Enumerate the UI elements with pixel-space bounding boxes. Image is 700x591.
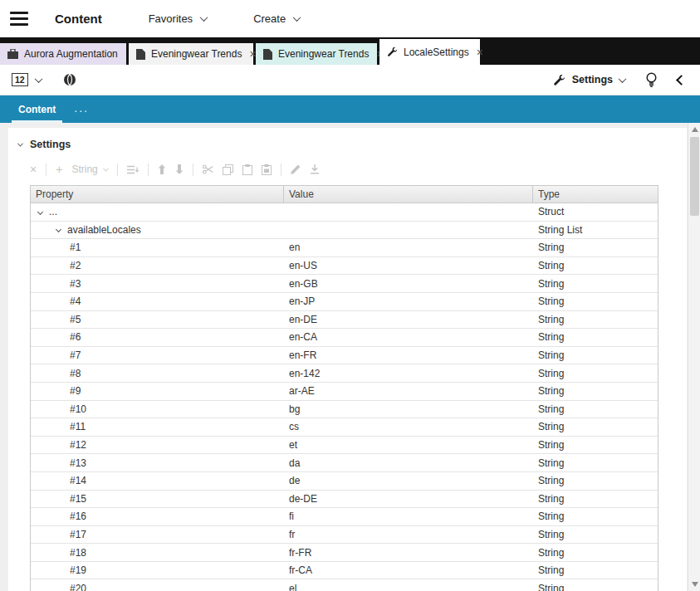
chevron-down-icon [293,13,301,22]
tab-label: LocaleSettings [404,46,469,58]
table-row[interactable]: #18fr-FRString [31,544,658,562]
secondary-toolbar: 12 Settings [0,65,700,95]
value-cell[interactable]: en-GB [284,278,533,290]
value-cell[interactable]: en-CA [284,331,533,343]
work-area: Settings × + String [0,123,700,591]
property-label: #11 [70,421,86,432]
table-row[interactable]: #11csString [31,418,658,437]
collapse-left-icon[interactable] [676,75,687,85]
value-cell[interactable]: en-142 [284,368,533,379]
document-icon [263,49,272,60]
paste-icon[interactable] [242,164,252,175]
value-cell[interactable]: et [284,439,533,451]
table-row[interactable]: #3en-GBString [31,275,658,293]
close-icon[interactable]: × [477,46,483,58]
column-header-value[interactable]: Value [284,186,533,203]
add-icon[interactable]: + [56,164,62,175]
value-cell[interactable]: fr [284,529,533,540]
move-down-icon[interactable] [175,164,184,174]
vertical-scrollbar[interactable] [688,123,700,591]
table-row[interactable]: #2en-USString [31,257,658,276]
reorder-icon[interactable] [127,165,139,174]
type-cell: String [533,439,658,451]
struct-editor-toolbar: × + String [30,160,687,178]
top-header: Content Favorites Create [0,0,700,37]
tools-icon [553,74,565,86]
value-cell[interactable]: ar-AE [284,385,533,397]
value-cell[interactable]: bg [284,403,533,415]
tab-label: Eveningwear Trends [278,48,369,60]
type-cell: String [533,457,658,469]
table-row[interactable]: availableLocalesString List [31,222,658,240]
create-menu[interactable]: Create [253,12,300,25]
table-row[interactable]: #5en-DEString [31,311,658,330]
value-cell[interactable]: en [284,242,533,253]
favorites-menu[interactable]: Favorites [149,12,207,25]
table-row[interactable]: #9ar-AEString [31,383,658,401]
value-cell[interactable]: el [284,583,533,591]
tab-eveningwear-trends-2[interactable]: Eveningwear Trends × [256,43,377,65]
move-up-icon[interactable] [158,164,166,174]
chevron-down-icon[interactable] [34,75,42,83]
type-cell: String [533,278,658,290]
type-select[interactable]: String [71,164,107,175]
lightbulb-icon[interactable] [645,72,658,88]
type-cell: String [533,564,658,576]
scrollbar-thumb[interactable] [690,137,699,216]
table-row[interactable]: #6en-CAString [31,329,658,347]
value-cell[interactable]: en-JP [284,296,533,307]
value-cell[interactable]: da [284,457,533,469]
delete-icon[interactable]: × [30,164,37,175]
tab-content[interactable]: Content [12,95,62,123]
table-row[interactable]: #16fiString [31,508,658,526]
value-cell[interactable]: fr-CA [284,564,533,576]
apply-icon[interactable] [310,164,320,174]
expand-chevron-icon[interactable] [37,209,43,215]
table-row[interactable]: #7en-FRString [31,347,658,365]
table-row[interactable]: #14deString [31,472,658,491]
tab-count-badge[interactable]: 12 [12,73,28,87]
scroll-down-icon[interactable] [692,582,698,587]
value-cell[interactable]: de-DE [284,493,533,505]
table-row[interactable]: #1enString [31,239,658,257]
table-row[interactable]: #8en-142String [31,364,658,383]
value-cell[interactable]: fi [284,510,533,522]
edit-icon[interactable] [291,164,301,174]
table-row[interactable]: #10bgString [31,401,658,419]
tab-eveningwear-trends-1[interactable]: Eveningwear Trends × [129,43,253,65]
section-title: Settings [30,139,71,150]
paste-into-icon[interactable] [262,164,272,175]
value-cell[interactable]: cs [284,421,533,432]
settings-dropdown[interactable]: Settings [553,74,625,86]
page-title: Content [55,12,102,26]
copy-icon[interactable] [223,164,233,175]
table-row[interactable]: #17frString [31,526,658,545]
hamburger-menu-icon[interactable] [10,12,28,26]
tab-localesettings[interactable]: LocaleSettings × [379,39,480,65]
more-tabs-button[interactable]: ... [74,95,89,123]
column-header-property[interactable]: Property [31,186,284,203]
value-cell[interactable]: en-DE [284,314,533,325]
scroll-up-icon[interactable] [692,127,698,132]
value-cell[interactable]: en-FR [284,349,533,361]
settings-section-header[interactable]: Settings [8,128,687,157]
cut-icon[interactable] [203,164,213,174]
struct-property-table: Property Value Type ...StructavailableLo… [30,185,658,591]
table-row[interactable]: ...Struct [31,203,658,222]
tab-aurora-augmentation[interactable]: Aurora Augmentation [0,43,126,65]
value-cell[interactable]: en-US [284,260,533,271]
table-row[interactable]: #20elString [31,579,658,591]
table-row[interactable]: #13daString [31,454,658,472]
expand-chevron-icon[interactable] [56,227,61,232]
table-row[interactable]: #15de-DEString [31,491,658,509]
project-icon [7,49,18,59]
site-globe-icon[interactable] [63,73,76,86]
column-header-type[interactable]: Type [533,186,658,203]
table-row[interactable]: #4en-JPString [31,293,658,311]
type-cell: String [533,314,658,325]
table-row[interactable]: #12etString [31,437,658,455]
value-cell[interactable]: de [284,475,533,486]
table-row[interactable]: #19fr-CAString [31,562,658,580]
tab-label: Aurora Augmentation [24,48,118,60]
value-cell[interactable]: fr-FR [284,547,533,559]
